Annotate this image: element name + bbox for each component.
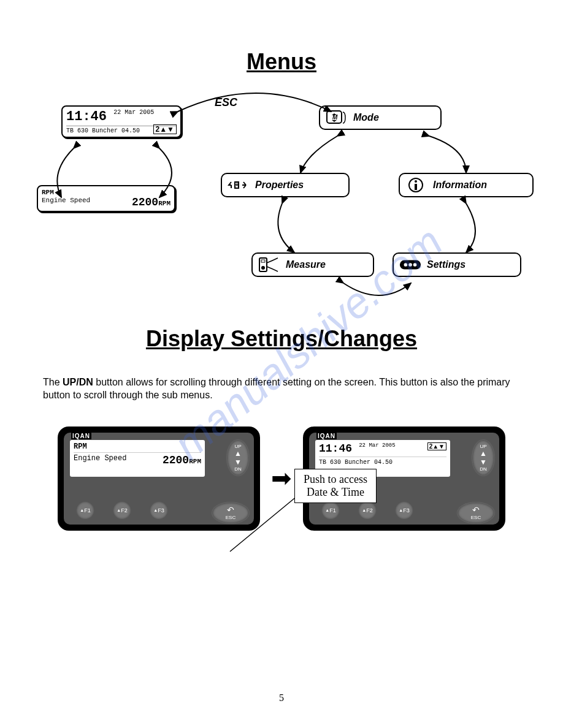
- svg-point-13: [408, 263, 412, 267]
- measure-icon: [258, 256, 281, 273]
- lcd-rpm-box: RPM Engine Speed 2200RPM: [37, 185, 175, 212]
- svg-point-12: [404, 263, 408, 267]
- device-brand: IQAN: [316, 433, 337, 439]
- f2-button[interactable]: ▲F2: [358, 501, 377, 520]
- menu-settings-label: Settings: [427, 259, 465, 270]
- f2-button[interactable]: ▲F2: [113, 501, 131, 520]
- properties-icon: +: [227, 176, 250, 194]
- settings-icon: [399, 256, 422, 273]
- up-dn-button[interactable]: UP ▲ ▼ DN: [472, 440, 494, 476]
- down-arrow-icon: ▼: [234, 458, 242, 466]
- f3-button[interactable]: ▲F3: [395, 501, 413, 520]
- lcd-rpm-unit: RPM: [158, 200, 170, 207]
- menu-settings: Settings: [393, 252, 521, 277]
- screen-rpm-unit: RPM: [189, 458, 201, 465]
- esc-button[interactable]: ↶ ESC: [212, 502, 249, 523]
- svg-point-9: [261, 266, 265, 270]
- screen-time: 11:46: [319, 442, 352, 455]
- heading-display-settings: Display Settings/Changes: [0, 326, 563, 352]
- up-arrow-icon: ▲: [480, 449, 487, 458]
- esc-label: ESC: [215, 96, 237, 109]
- callout-line1: Push to access: [304, 473, 367, 486]
- lcd-rpm-label: RPM: [42, 189, 170, 196]
- lcd-indicator: 2▲▼: [153, 124, 177, 134]
- up-label: UP: [480, 444, 486, 449]
- screen-rpm-title: RPM: [74, 442, 201, 451]
- menu-properties-label: Properties: [255, 180, 304, 191]
- callout-line2: Date & Time: [304, 486, 367, 499]
- up-arrow-icon: ▲: [234, 449, 242, 458]
- esc-button[interactable]: ↶ ESC: [458, 502, 494, 523]
- device-left: IQAN RPM Engine Speed 2200RPM UP ▲ ▼ DN …: [58, 427, 260, 531]
- screen-date: 22 Mar 2005: [359, 442, 395, 449]
- up-dn-button[interactable]: UP ▲ ▼ DN: [227, 440, 249, 476]
- dn-label: DN: [234, 466, 242, 472]
- callout-box: Push to access Date & Time: [294, 469, 377, 503]
- lcd-time: 11:46: [66, 109, 107, 124]
- device-left-screen: RPM Engine Speed 2200RPM: [70, 440, 205, 477]
- down-arrow-icon: ▼: [480, 458, 487, 466]
- menu-diagram: ESC 11:46 22 Mar 2005 2▲▼ TB 630 Buncher…: [37, 81, 527, 314]
- body-paragraph: The UP/DN button allows for scrolling th…: [43, 376, 520, 402]
- heading-menus: Menus: [0, 49, 563, 75]
- f3-button[interactable]: ▲F3: [150, 501, 168, 520]
- lcd-engine-speed-label: Engine Speed: [42, 197, 90, 204]
- lcd-rpm-value: 2200: [132, 196, 158, 208]
- screen-rpm-value: 2200: [163, 454, 189, 466]
- svg-text:+: +: [235, 181, 239, 188]
- screen-indicator: 2▲▼: [427, 442, 446, 450]
- esc-label-text: ESC: [226, 515, 236, 520]
- menu-measure: Measure: [251, 252, 374, 277]
- page-number: 5: [0, 692, 563, 703]
- svg-point-6: [415, 180, 417, 183]
- svg-text:M: M: [332, 114, 338, 121]
- lcd-home-box: 11:46 22 Mar 2005 2▲▼ TB 630 Buncher 04.…: [61, 105, 182, 138]
- svg-rect-7: [415, 184, 417, 190]
- menu-mode: M Mode: [319, 105, 442, 130]
- up-label: UP: [234, 444, 241, 449]
- screen-line2: TB 630 Buncher 04.50: [319, 459, 446, 466]
- esc-label-text: ESC: [471, 515, 481, 520]
- dn-label: DN: [480, 466, 487, 472]
- esc-return-icon: ↶: [227, 505, 234, 515]
- device-brand: IQAN: [71, 433, 91, 439]
- menu-information-label: Information: [433, 180, 487, 191]
- menu-properties: + Properties: [221, 173, 350, 197]
- mode-icon: M: [325, 109, 348, 126]
- menu-measure-label: Measure: [286, 259, 326, 270]
- svg-rect-10: [261, 260, 265, 262]
- information-icon: [405, 176, 428, 194]
- f1-button[interactable]: ▲F1: [76, 501, 94, 520]
- esc-return-icon: ↶: [472, 505, 480, 515]
- screen-engine-speed-label: Engine Speed: [74, 454, 126, 463]
- transition-arrow-icon: ➡: [271, 464, 292, 493]
- f1-button[interactable]: ▲F1: [321, 501, 340, 520]
- svg-point-14: [413, 263, 417, 267]
- menu-mode-label: Mode: [353, 112, 379, 123]
- menu-information: Information: [399, 173, 534, 197]
- device-row: IQAN RPM Engine Speed 2200RPM UP ▲ ▼ DN …: [0, 427, 563, 531]
- lcd-date: 22 Mar 2005: [113, 109, 154, 116]
